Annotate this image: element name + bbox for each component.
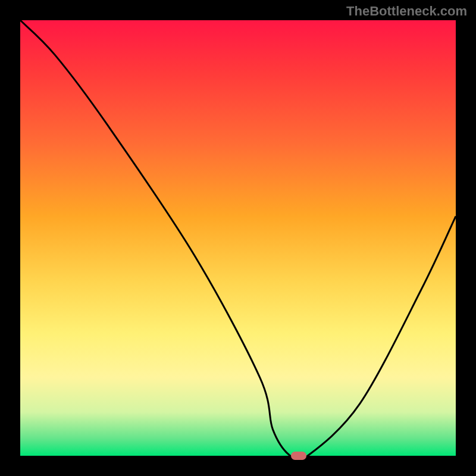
bottleneck-curve [20, 20, 456, 456]
chart-plot-area [20, 20, 456, 456]
watermark-text: TheBottleneck.com [346, 4, 467, 19]
optimal-point-marker [291, 452, 306, 460]
